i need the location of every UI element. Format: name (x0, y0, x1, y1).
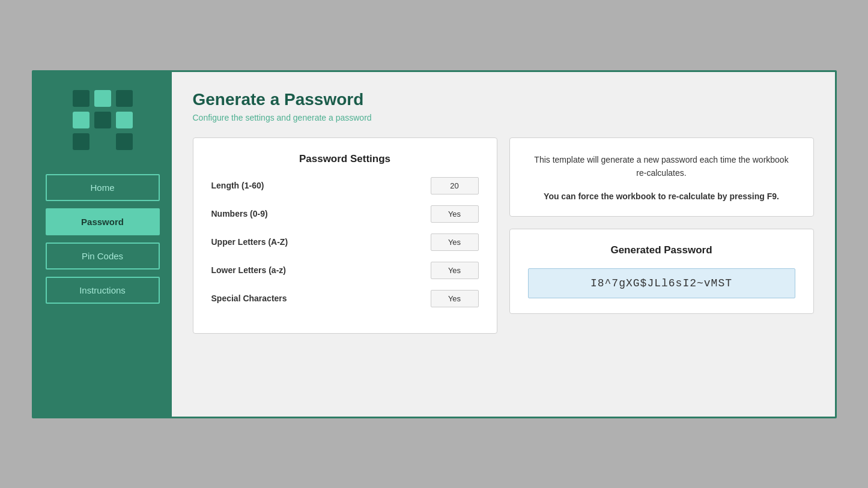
settings-card: Password Settings Length (1-60) 20 Numbe… (193, 137, 497, 334)
info-text-1: This template will generate a new passwo… (531, 153, 792, 180)
nav-pin-codes[interactable]: Pin Codes (46, 242, 160, 270)
info-card: This template will generate a new passwo… (509, 137, 814, 217)
generated-password-title: Generated Password (528, 244, 795, 256)
logo-cell (94, 112, 111, 128)
settings-row-lower: Lower Letters (a-z) Yes (211, 262, 479, 279)
sidebar: Home Password Pin Codes Instructions (34, 72, 172, 417)
settings-label-numbers: Numbers (0-9) (211, 209, 268, 218)
settings-label-lower: Lower Letters (a-z) (211, 265, 286, 275)
main-content: Generate a Password Configure the settin… (172, 72, 835, 417)
logo-cell (94, 133, 111, 150)
settings-value-special[interactable]: Yes (431, 290, 479, 307)
app-container: Home Password Pin Codes Instructions Gen… (32, 70, 837, 418)
logo-cell (116, 112, 133, 128)
settings-row-numbers: Numbers (0-9) Yes (211, 205, 479, 223)
settings-label-length: Length (1-60) (211, 181, 264, 190)
logo-cell (73, 133, 90, 150)
logo-cell (73, 90, 90, 107)
page-subtitle: Configure the settings and generate a pa… (193, 113, 814, 122)
settings-row-special: Special Characters Yes (211, 290, 479, 307)
nav-home[interactable]: Home (46, 174, 160, 201)
nav-instructions[interactable]: Instructions (46, 277, 160, 304)
settings-row-upper: Upper Letters (A-Z) Yes (211, 233, 479, 251)
nav-password[interactable]: Password (46, 208, 160, 235)
settings-label-upper: Upper Letters (A-Z) (211, 237, 288, 247)
settings-label-special: Special Characters (211, 294, 287, 303)
logo (73, 90, 133, 150)
settings-value-lower[interactable]: Yes (431, 262, 479, 279)
info-text-2: You can force the workbook to re-calcula… (531, 191, 792, 201)
logo-cell (116, 133, 133, 150)
generated-password-value: I8^7gXG$JLl6sI2~vMST (528, 268, 795, 298)
content-grid: Password Settings Length (1-60) 20 Numbe… (193, 137, 814, 334)
nav-buttons: Home Password Pin Codes Instructions (46, 174, 160, 304)
logo-cell (73, 112, 90, 128)
settings-value-upper[interactable]: Yes (431, 233, 479, 251)
settings-card-title: Password Settings (211, 153, 479, 165)
generated-password-card: Generated Password I8^7gXG$JLl6sI2~vMST (509, 229, 814, 314)
logo-cell (116, 90, 133, 107)
settings-value-length[interactable]: 20 (431, 177, 479, 194)
settings-row-length: Length (1-60) 20 (211, 177, 479, 194)
settings-value-numbers[interactable]: Yes (431, 205, 479, 223)
page-title: Generate a Password (193, 90, 814, 109)
right-column: This template will generate a new passwo… (509, 137, 814, 334)
logo-cell (94, 90, 111, 107)
